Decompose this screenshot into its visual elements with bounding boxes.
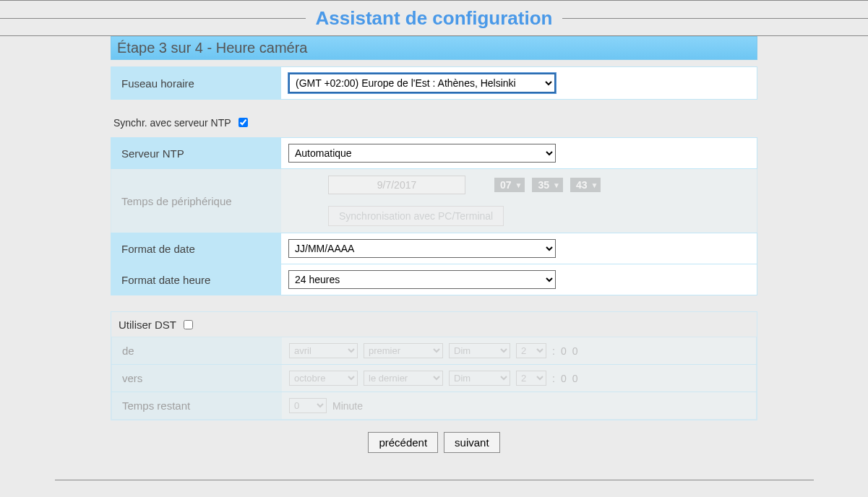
chevron-down-icon: ▼	[514, 181, 523, 189]
dst-to-hour-select: 2	[516, 371, 546, 386]
row-dst-offset: Temps restant 0 Minute	[111, 392, 757, 420]
form-inner: Étape 3 sur 4 - Heure caméra Fuseau hora…	[111, 36, 757, 469]
dst-offset-unit: Minute	[332, 400, 363, 412]
device-minute-select: 35▼	[532, 178, 562, 192]
dst-to-mm: 0	[572, 373, 578, 384]
device-hour-select: 07▼	[494, 178, 525, 192]
ntp-sync-checkbox[interactable]	[239, 118, 248, 127]
colon-text: :	[552, 373, 555, 384]
dst-to-day-select: Dim	[449, 371, 510, 386]
label-dst-from: de	[112, 337, 282, 364]
dst-use-label: Utiliser DST	[119, 319, 176, 331]
title-bar: Assistant de configuration	[0, 0, 868, 36]
label-date-format: Format de date	[111, 233, 281, 264]
row-timezone: Fuseau horaire (GMT +02:00) Europe de l'…	[111, 66, 757, 100]
label-timezone: Fuseau horaire	[111, 67, 281, 99]
label-dst-to: vers	[112, 365, 282, 392]
dst-from-day-select: Dim	[449, 343, 510, 358]
ntp-sync-label: Synchr. avec serveur NTP	[113, 117, 231, 129]
row-time-format: Format date heure 24 heures	[111, 264, 757, 295]
device-second-select: 43▼	[570, 178, 601, 192]
row-device-time: Temps de périphérique 07▼ 35▼	[111, 168, 757, 233]
content-scroll[interactable]: Étape 3 sur 4 - Heure caméra Fuseau hora…	[55, 36, 814, 480]
row-ntp-server: Serveur NTP Automatique	[111, 137, 757, 169]
chevron-down-icon: ▼	[551, 181, 560, 189]
timezone-select[interactable]: (GMT +02:00) Europe de l'Est : Athènes, …	[288, 73, 556, 93]
form-section-time: Fuseau horaire (GMT +02:00) Europe de l'…	[111, 66, 757, 295]
ntp-sync-line: Synchr. avec serveur NTP	[111, 110, 757, 135]
label-time-format: Format date heure	[111, 264, 281, 295]
label-ntp-server: Serveur NTP	[111, 138, 281, 168]
prev-button[interactable]: précédent	[368, 432, 438, 453]
dst-from-ordinal-select: premier	[364, 343, 443, 358]
dst-from-mm: 0	[572, 345, 578, 357]
row-date-format: Format de date JJ/MM/AAAA	[111, 233, 757, 264]
sync-pc-button: Synchronisation avec PC/Terminal	[328, 206, 504, 226]
device-date-input	[328, 176, 465, 194]
label-dst-offset: Temps restant	[112, 392, 282, 419]
dst-from-hh: 0	[561, 345, 567, 357]
row-dst-from: de avril premier Dim 2 : 0 0	[111, 337, 757, 365]
dst-from-month-select: avril	[289, 343, 358, 358]
chevron-down-icon: ▼	[590, 181, 598, 189]
ntp-server-select[interactable]: Automatique	[288, 144, 556, 163]
date-format-select[interactable]: JJ/MM/AAAA	[288, 239, 556, 258]
time-format-select[interactable]: 24 heures	[288, 270, 556, 289]
page-title: Assistant de configuration	[311, 7, 557, 30]
next-button[interactable]: suivant	[444, 432, 500, 453]
dst-offset-select: 0	[289, 398, 327, 413]
dst-use-checkbox[interactable]	[184, 320, 193, 329]
dst-to-hh: 0	[561, 373, 567, 384]
row-dst-to: vers octobre le dernier Dim 2 : 0 0	[111, 364, 757, 392]
page-root: { "title": "Assistant de configuration",…	[0, 0, 868, 497]
label-device-time: Temps de périphérique	[111, 169, 281, 233]
dst-to-ordinal-select: le dernier	[364, 371, 443, 386]
nav-buttons: précédent suivant	[111, 432, 757, 453]
dst-panel: Utiliser DST de avril premier Dim 2 : 0	[111, 311, 757, 420]
dst-header: Utiliser DST	[111, 312, 757, 337]
step-header: Étape 3 sur 4 - Heure caméra	[111, 36, 757, 60]
colon-text: :	[552, 345, 555, 357]
dst-from-hour-select: 2	[516, 343, 546, 358]
dst-to-month-select: octobre	[289, 371, 358, 386]
